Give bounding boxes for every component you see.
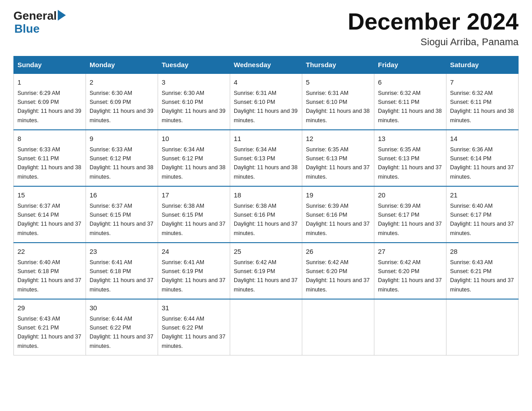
logo-arrow-icon [58,10,66,21]
day-info: Sunrise: 6:39 AMSunset: 6:16 PMDaylight:… [306,203,369,236]
day-info: Sunrise: 6:32 AMSunset: 6:11 PMDaylight:… [378,90,442,124]
day-info: Sunrise: 6:40 AMSunset: 6:18 PMDaylight:… [17,259,81,293]
calendar-cell: 5 Sunrise: 6:31 AMSunset: 6:10 PMDayligh… [302,73,374,130]
day-number: 24 [162,247,226,257]
day-number: 22 [17,247,82,257]
calendar-cell: 23 Sunrise: 6:41 AMSunset: 6:18 PMDaylig… [86,243,158,299]
calendar-cell: 19 Sunrise: 6:39 AMSunset: 6:16 PMDaylig… [302,186,374,243]
calendar-cell: 24 Sunrise: 6:41 AMSunset: 6:19 PMDaylig… [158,243,230,299]
day-number: 5 [306,77,370,88]
calendar-header-sunday: Sunday [14,56,86,74]
day-number: 21 [450,190,515,201]
page-header: General Blue December 2024 Siogui Arriba… [13,9,519,48]
calendar-header-thursday: Thursday [302,56,374,74]
calendar-cell: 12 Sunrise: 6:35 AMSunset: 6:13 PMDaylig… [302,130,374,186]
calendar-cell: 1 Sunrise: 6:29 AMSunset: 6:09 PMDayligh… [14,73,86,130]
day-info: Sunrise: 6:34 AMSunset: 6:13 PMDaylight:… [234,146,297,180]
day-number: 10 [162,134,226,144]
day-number: 16 [90,190,154,201]
calendar-cell: 20 Sunrise: 6:39 AMSunset: 6:17 PMDaylig… [374,186,446,243]
day-info: Sunrise: 6:43 AMSunset: 6:21 PMDaylight:… [450,259,514,293]
calendar-cell: 22 Sunrise: 6:40 AMSunset: 6:18 PMDaylig… [14,243,86,299]
day-info: Sunrise: 6:43 AMSunset: 6:21 PMDaylight:… [17,316,81,349]
calendar-cell [446,299,519,355]
calendar-header-wednesday: Wednesday [230,56,302,74]
day-number: 9 [90,134,154,144]
day-number: 18 [234,190,298,201]
title-block: December 2024 Siogui Arriba, Panama [348,9,519,48]
day-info: Sunrise: 6:31 AMSunset: 6:10 PMDaylight:… [234,90,297,124]
day-info: Sunrise: 6:40 AMSunset: 6:17 PMDaylight:… [450,203,514,236]
calendar-cell: 3 Sunrise: 6:30 AMSunset: 6:10 PMDayligh… [158,73,230,130]
day-number: 27 [378,247,442,257]
calendar-week-row: 1 Sunrise: 6:29 AMSunset: 6:09 PMDayligh… [14,73,519,130]
day-info: Sunrise: 6:36 AMSunset: 6:14 PMDaylight:… [450,146,514,180]
calendar-cell [230,299,302,355]
day-number: 13 [378,134,442,144]
day-number: 28 [450,247,515,257]
day-number: 1 [17,77,82,88]
calendar-header-monday: Monday [86,56,158,74]
day-info: Sunrise: 6:31 AMSunset: 6:10 PMDaylight:… [306,90,369,124]
calendar-cell: 13 Sunrise: 6:35 AMSunset: 6:13 PMDaylig… [374,130,446,186]
logo: General Blue [13,9,66,34]
day-number: 4 [234,77,298,88]
logo-text-blue: Blue [14,23,39,34]
calendar-cell: 18 Sunrise: 6:38 AMSunset: 6:16 PMDaylig… [230,186,302,243]
calendar-cell: 31 Sunrise: 6:44 AMSunset: 6:22 PMDaylig… [158,299,230,355]
day-info: Sunrise: 6:34 AMSunset: 6:12 PMDaylight:… [162,146,225,180]
day-number: 26 [306,247,370,257]
calendar-week-row: 29 Sunrise: 6:43 AMSunset: 6:21 PMDaylig… [14,299,519,355]
day-number: 17 [162,190,226,201]
calendar-table: SundayMondayTuesdayWednesdayThursdayFrid… [13,56,519,355]
calendar-header-friday: Friday [374,56,446,74]
calendar-cell: 7 Sunrise: 6:32 AMSunset: 6:11 PMDayligh… [446,73,519,130]
day-info: Sunrise: 6:33 AMSunset: 6:12 PMDaylight:… [90,146,153,180]
day-number: 20 [378,190,442,201]
calendar-cell: 11 Sunrise: 6:34 AMSunset: 6:13 PMDaylig… [230,130,302,186]
day-info: Sunrise: 6:38 AMSunset: 6:15 PMDaylight:… [162,203,225,236]
day-info: Sunrise: 6:44 AMSunset: 6:22 PMDaylight:… [162,316,225,349]
calendar-header-tuesday: Tuesday [158,56,230,74]
day-number: 6 [378,77,442,88]
day-number: 7 [450,77,515,88]
day-info: Sunrise: 6:32 AMSunset: 6:11 PMDaylight:… [450,90,514,124]
calendar-cell: 9 Sunrise: 6:33 AMSunset: 6:12 PMDayligh… [86,130,158,186]
calendar-week-row: 15 Sunrise: 6:37 AMSunset: 6:14 PMDaylig… [14,186,519,243]
day-info: Sunrise: 6:33 AMSunset: 6:11 PMDaylight:… [17,146,81,180]
calendar-cell: 10 Sunrise: 6:34 AMSunset: 6:12 PMDaylig… [158,130,230,186]
calendar-cell: 26 Sunrise: 6:42 AMSunset: 6:20 PMDaylig… [302,243,374,299]
calendar-cell: 27 Sunrise: 6:42 AMSunset: 6:20 PMDaylig… [374,243,446,299]
day-number: 15 [17,190,82,201]
calendar-cell: 6 Sunrise: 6:32 AMSunset: 6:11 PMDayligh… [374,73,446,130]
day-info: Sunrise: 6:41 AMSunset: 6:19 PMDaylight:… [162,259,225,293]
calendar-cell [374,299,446,355]
calendar-cell: 14 Sunrise: 6:36 AMSunset: 6:14 PMDaylig… [446,130,519,186]
day-number: 25 [234,247,298,257]
calendar-cell: 16 Sunrise: 6:37 AMSunset: 6:15 PMDaylig… [86,186,158,243]
day-number: 29 [17,303,82,313]
day-number: 19 [306,190,370,201]
calendar-cell: 28 Sunrise: 6:43 AMSunset: 6:21 PMDaylig… [446,243,519,299]
day-info: Sunrise: 6:42 AMSunset: 6:20 PMDaylight:… [378,259,442,293]
calendar-cell [302,299,374,355]
calendar-header-saturday: Saturday [446,56,519,74]
calendar-cell: 17 Sunrise: 6:38 AMSunset: 6:15 PMDaylig… [158,186,230,243]
day-info: Sunrise: 6:44 AMSunset: 6:22 PMDaylight:… [90,316,153,349]
day-info: Sunrise: 6:41 AMSunset: 6:18 PMDaylight:… [90,259,153,293]
day-number: 30 [90,303,154,313]
day-number: 3 [162,77,226,88]
day-number: 2 [90,77,154,88]
main-title: December 2024 [348,9,519,34]
calendar-cell: 15 Sunrise: 6:37 AMSunset: 6:14 PMDaylig… [14,186,86,243]
day-info: Sunrise: 6:29 AMSunset: 6:09 PMDaylight:… [17,90,81,124]
calendar-cell: 8 Sunrise: 6:33 AMSunset: 6:11 PMDayligh… [14,130,86,186]
day-number: 31 [162,303,226,313]
day-info: Sunrise: 6:38 AMSunset: 6:16 PMDaylight:… [234,203,297,236]
day-info: Sunrise: 6:42 AMSunset: 6:20 PMDaylight:… [306,259,369,293]
day-number: 11 [234,134,298,144]
calendar-cell: 29 Sunrise: 6:43 AMSunset: 6:21 PMDaylig… [14,299,86,355]
day-info: Sunrise: 6:37 AMSunset: 6:14 PMDaylight:… [17,203,81,236]
logo-text-general: General [13,9,57,23]
day-info: Sunrise: 6:30 AMSunset: 6:09 PMDaylight:… [90,90,153,124]
